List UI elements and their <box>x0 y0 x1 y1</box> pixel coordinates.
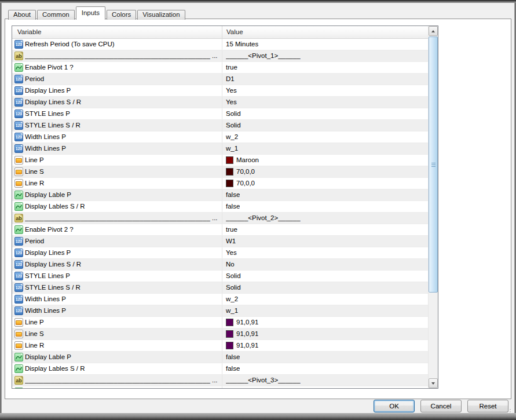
value-cell[interactable]: false <box>222 363 428 374</box>
value-cell[interactable]: ______<Pivot_3>______ <box>222 375 428 386</box>
value-text: Yes <box>226 97 237 108</box>
variable-text: ________________________________________… <box>25 375 222 386</box>
value-cell[interactable]: ______<Pivot_1>______ <box>222 50 428 61</box>
table-row[interactable]: Line R 91,0,91 <box>12 340 428 352</box>
value-cell[interactable]: 91,0,91 <box>222 328 428 339</box>
numeric-parameter-icon: 123 <box>14 237 23 246</box>
table-row[interactable]: 123 Width Lines P w_1 <box>12 143 428 155</box>
value-cell[interactable]: false <box>222 352 428 363</box>
table-row[interactable]: ab _____________________________________… <box>12 50 428 62</box>
table-row[interactable]: 123 Period D1 <box>12 74 428 85</box>
table-row[interactable]: Display Lable P false <box>12 189 428 201</box>
value-cell[interactable]: Solid <box>222 120 428 131</box>
scroll-down-button[interactable] <box>429 378 438 388</box>
scrollbar-thumb[interactable] <box>429 36 438 293</box>
variable-text: Display Lines P <box>25 85 222 96</box>
value-cell[interactable]: 15 Minutes <box>222 39 428 50</box>
grid-header: Variable Value <box>12 26 428 39</box>
variable-text: Display Lines S / R <box>25 259 222 270</box>
arrow-up-icon <box>431 30 435 32</box>
value-cell[interactable]: D1 <box>222 74 428 85</box>
value-text: true <box>226 62 237 73</box>
value-text: 91,0,91 <box>236 340 258 351</box>
table-row[interactable]: 123 Width Lines P w_2 <box>12 294 428 305</box>
value-text: 91,0,91 <box>236 328 258 339</box>
boolean-parameter-icon <box>14 225 23 234</box>
value-cell[interactable]: ______<Pivot_2>______ <box>222 213 428 224</box>
variable-text: ________________________________________… <box>25 50 222 61</box>
table-row[interactable]: Enable Pivot 1 ? true <box>12 62 428 74</box>
value-cell[interactable]: w_1 <box>222 143 428 154</box>
table-row[interactable]: Line S 91,0,91 <box>12 328 428 340</box>
value-cell[interactable]: 91,0,91 <box>222 340 428 351</box>
value-cell[interactable]: false <box>222 201 428 212</box>
value-text: Solid <box>226 282 241 293</box>
value-cell[interactable]: Yes <box>222 97 428 108</box>
value-text: Yes <box>226 85 237 96</box>
value-cell[interactable]: Yes <box>222 85 428 96</box>
table-row[interactable]: ab _____________________________________… <box>12 375 428 386</box>
tab-visualization[interactable]: Visualization <box>137 10 185 20</box>
table-row[interactable]: Display Lable P false <box>12 352 428 363</box>
variable-text: Refresh Period (To save CPU) <box>25 39 222 50</box>
value-text: w_1 <box>226 143 238 154</box>
cancel-button[interactable]: Cancel <box>420 400 462 412</box>
value-cell[interactable]: W1 <box>222 236 428 247</box>
ok-button[interactable]: OK <box>374 400 415 412</box>
vertical-scrollbar[interactable] <box>428 26 438 388</box>
variable-text: Width Lines P <box>25 132 222 143</box>
table-row[interactable]: Display Lables S / R false <box>12 201 428 213</box>
string-parameter-icon: ab <box>14 376 23 385</box>
table-row[interactable]: 123 STYLE Lines P Solid <box>12 271 428 282</box>
variable-text: Width Lines P <box>25 294 222 305</box>
table-row[interactable]: Display Lables S / R false <box>12 363 428 375</box>
table-row[interactable]: 123 STYLE Lines S / R Solid <box>12 282 428 294</box>
variable-text: STYLE Lines P <box>25 271 222 282</box>
reset-button[interactable]: Reset <box>467 400 508 412</box>
numeric-parameter-icon: 123 <box>14 133 23 141</box>
color-swatch <box>226 156 233 164</box>
value-cell[interactable]: Yes <box>222 247 428 258</box>
value-cell[interactable]: w_2 <box>222 294 428 305</box>
value-text: Solid <box>226 120 241 131</box>
scroll-up-button[interactable] <box>429 26 438 36</box>
table-row[interactable]: 123 STYLE Lines P Solid <box>12 108 428 120</box>
value-cell[interactable]: true <box>222 62 428 73</box>
table-row[interactable]: ab _____________________________________… <box>12 213 428 224</box>
table-row[interactable]: Line S 70,0,0 <box>12 166 428 178</box>
table-row[interactable]: 123 Display Lines S / R No <box>12 259 428 271</box>
tab-about[interactable]: About <box>8 10 36 20</box>
value-cell[interactable]: No <box>222 259 428 270</box>
table-row[interactable]: Line P Maroon <box>12 155 428 166</box>
table-row[interactable]: 123 Refresh Period (To save CPU) 15 Minu… <box>12 39 428 50</box>
table-row[interactable]: 123 Period W1 <box>12 236 428 247</box>
value-cell[interactable]: 91,0,91 <box>222 317 428 328</box>
tab-common[interactable]: Common <box>37 10 75 20</box>
value-cell[interactable]: Maroon <box>222 155 428 166</box>
table-row[interactable]: 123 Display Lines P Yes <box>12 247 428 259</box>
value-cell[interactable]: Solid <box>222 282 428 293</box>
table-row[interactable]: 123 STYLE Lines S / R Solid <box>12 120 428 132</box>
variable-text: STYLE Lines S / R <box>25 282 222 293</box>
table-row[interactable]: 123 Display Lines S / R Yes <box>12 97 428 108</box>
value-cell[interactable]: w_2 <box>222 132 428 143</box>
value-cell[interactable]: false <box>222 189 428 200</box>
table-row[interactable]: 123 Width Lines P w_1 <box>12 305 428 317</box>
table-row[interactable]: Enable Pivot 2 ? true <box>12 224 428 236</box>
table-row[interactable]: Line R 70,0,0 <box>12 178 428 189</box>
tab-colors[interactable]: Colors <box>107 10 136 20</box>
numeric-parameter-icon: 123 <box>14 109 23 118</box>
value-cell[interactable] <box>222 386 428 388</box>
value-cell[interactable]: Solid <box>222 271 428 282</box>
value-cell[interactable]: 70,0,0 <box>222 178 428 189</box>
value-cell[interactable]: Solid <box>222 108 428 119</box>
table-row[interactable]: Line P 91,0,91 <box>12 317 428 328</box>
value-cell[interactable]: 70,0,0 <box>222 166 428 177</box>
tab-inputs[interactable]: Inputs <box>76 6 105 20</box>
table-row[interactable] <box>12 386 428 388</box>
value-text: 15 Minutes <box>226 39 258 50</box>
value-cell[interactable]: true <box>222 224 428 235</box>
value-cell[interactable]: w_1 <box>222 305 428 316</box>
table-row[interactable]: 123 Width Lines P w_2 <box>12 132 428 143</box>
table-row[interactable]: 123 Display Lines P Yes <box>12 85 428 97</box>
